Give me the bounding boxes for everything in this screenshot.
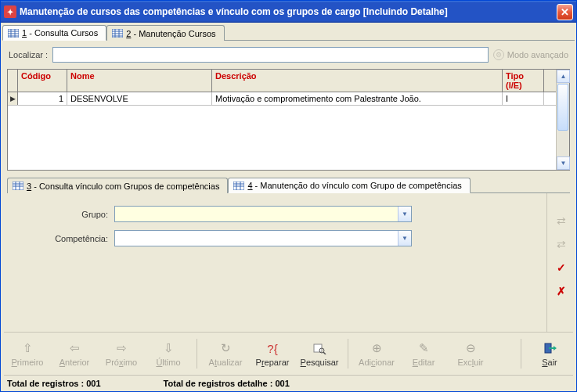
tabstrip-bottom: 3 - Consulta vínculo com Grupos de compe… [7, 177, 570, 193]
btn-label: Anterior [60, 358, 90, 367]
refresh-icon: ↻ [221, 340, 231, 356]
prepare-icon: ?{ [267, 340, 277, 356]
client-area: 1 - Consulta Cursos 2 - Manutenção Curso… [1, 23, 576, 391]
advanced-mode-button: ⚙ Modo avançado [493, 49, 568, 60]
competencia-combo[interactable]: ▼ [114, 230, 412, 246]
chevron-down-icon[interactable]: ▼ [398, 207, 411, 221]
sair-button[interactable]: Sair [526, 340, 573, 367]
edit-icon: ✎ [419, 340, 429, 356]
excluir-button: ⊖ Excluir [447, 340, 494, 367]
status-total-detalhe: Total de registros detalhe : 001 [164, 379, 290, 388]
grid-icon [13, 182, 23, 190]
primeiro-button: ⇧ Primeiro [4, 340, 51, 367]
toolbar-separator [521, 339, 521, 369]
exit-icon [543, 340, 557, 356]
tab-label: 1 - Consulta Cursos [22, 28, 98, 38]
col-descricao[interactable]: Descrição [212, 70, 503, 92]
grid-icon [233, 182, 244, 190]
table-row[interactable]: ▶ 1 DESENVOLVE Motivação e comprometimen… [8, 92, 569, 106]
ultimo-button: ⇩ Último [145, 340, 192, 367]
atualizar-button: ↻ Atualizar [202, 340, 249, 367]
anterior-button: ⇦ Anterior [51, 340, 98, 367]
row-header-corner [8, 70, 18, 92]
grupo-combo[interactable]: ▼ [114, 206, 412, 222]
col-nome[interactable]: Nome [67, 70, 212, 92]
grid-body: ▶ 1 DESENVOLVE Motivação e comprometimen… [8, 92, 569, 170]
adicionar-button: ⊕ Adicionar [353, 340, 400, 367]
arrow-left-icon: ⇦ [70, 340, 80, 356]
competencia-label: Competência: [18, 234, 108, 243]
delete-icon: ⊖ [466, 340, 476, 356]
pesquisar-button[interactable]: Pesquisar [296, 340, 343, 367]
status-total-registros: Total de registros : 001 [7, 379, 101, 388]
chevron-down-icon[interactable]: ▼ [398, 231, 411, 246]
search-label: Localizar : [9, 50, 48, 59]
grid-icon [8, 29, 19, 38]
row-indicator-icon: ▶ [8, 92, 18, 105]
col-tipo[interactable]: Tipo (I/E) [503, 70, 544, 92]
scroll-thumb[interactable] [557, 84, 568, 131]
btn-label: Atualizar [209, 358, 243, 367]
grupo-label: Grupo: [18, 210, 108, 219]
statusbar: Total de registros : 001 Total de regist… [2, 376, 575, 391]
tab-label: 3 - Consulta vínculo com Grupos de compe… [27, 182, 219, 191]
search-icon [312, 340, 326, 356]
cell-descricao[interactable]: Motivação e comprometimento com Palestra… [212, 92, 503, 105]
app-window: ✦ Manutenção de cursos das competências … [0, 0, 577, 392]
side-buttons: ⇄ ⇄ ✓ ✗ [546, 193, 575, 332]
arrow-up-icon: ⇧ [23, 340, 33, 356]
scroll-down-icon[interactable]: ▼ [557, 156, 570, 170]
btn-label: Preparar [256, 358, 290, 367]
form-fields: Grupo: ▼ Competência: ▼ [2, 193, 546, 332]
tab-manutencao-cursos[interactable]: 2 - Manutenção Cursos [106, 25, 224, 41]
app-icon: ✦ [4, 5, 16, 18]
window-title: Manutenção de cursos das competências e … [20, 6, 557, 17]
gear-icon: ⚙ [493, 49, 504, 60]
scrollbar-vertical[interactable]: ▲ ▼ [556, 70, 569, 170]
toolbar: ⇧ Primeiro ⇦ Anterior ⇨ Próximo ⇩ Último… [4, 332, 573, 376]
tab-consulta-vinculo[interactable]: 3 - Consulta vínculo com Grupos de compe… [7, 178, 228, 193]
proximo-button: ⇨ Próximo [98, 340, 145, 367]
search-input[interactable] [52, 47, 489, 63]
grid-header: Código Nome Descrição Tipo (I/E) [8, 70, 569, 92]
move-up-icon: ⇄ [554, 214, 569, 228]
close-button[interactable]: ✕ [557, 4, 573, 20]
arrow-right-icon: ⇨ [117, 340, 127, 356]
grupo-input[interactable] [115, 207, 398, 221]
col-codigo[interactable]: Código [18, 70, 67, 92]
move-down-icon: ⇄ [554, 237, 569, 251]
tab-label: 4 - Manutenção do vínculo com Grupo de c… [247, 181, 461, 190]
btn-label: Sair [542, 358, 557, 367]
btn-label: Adicionar [359, 358, 395, 367]
btn-label: Excluir [457, 358, 483, 367]
form-row-competencia: Competência: ▼ [18, 230, 531, 246]
titlebar: ✦ Manutenção de cursos das competências … [1, 1, 576, 23]
competencia-input[interactable] [115, 231, 398, 246]
cell-nome[interactable]: DESENVOLVE [67, 92, 212, 105]
btn-label: Pesquisar [301, 358, 339, 367]
toolbar-separator [197, 339, 197, 369]
cell-codigo[interactable]: 1 [18, 92, 67, 105]
grid-cursos: Código Nome Descrição Tipo (I/E) ▶ 1 DES… [7, 69, 570, 171]
btn-label: Próximo [106, 358, 137, 367]
editar-button: ✎ Editar [400, 340, 447, 367]
btn-label: Primeiro [12, 358, 44, 367]
tab-consulta-cursos[interactable]: 1 - Consulta Cursos [2, 25, 106, 41]
preparar-button[interactable]: ?{ Preparar [249, 340, 296, 367]
form-row-grupo: Grupo: ▼ [18, 206, 531, 222]
grid-icon [112, 29, 123, 38]
form-area: Grupo: ▼ Competência: ▼ ⇄ ⇄ ✓ [2, 193, 575, 332]
btn-label: Editar [413, 358, 435, 367]
scroll-up-icon[interactable]: ▲ [557, 70, 570, 83]
confirm-button[interactable]: ✓ [554, 261, 569, 275]
svg-line-24 [323, 352, 326, 354]
add-icon: ⊕ [372, 340, 382, 356]
cell-tipo[interactable]: I [503, 92, 544, 105]
advanced-mode-label: Modo avançado [507, 50, 568, 59]
tabstrip-top: 1 - Consulta Cursos 2 - Manutenção Curso… [2, 24, 575, 41]
search-row: Localizar : ⚙ Modo avançado [2, 44, 575, 69]
tab-label: 2 - Manutenção Cursos [126, 29, 215, 38]
arrow-down-icon: ⇩ [164, 340, 174, 356]
tab-manutencao-vinculo[interactable]: 4 - Manutenção do vínculo com Grupo de c… [228, 178, 470, 193]
cancel-button[interactable]: ✗ [554, 284, 569, 298]
